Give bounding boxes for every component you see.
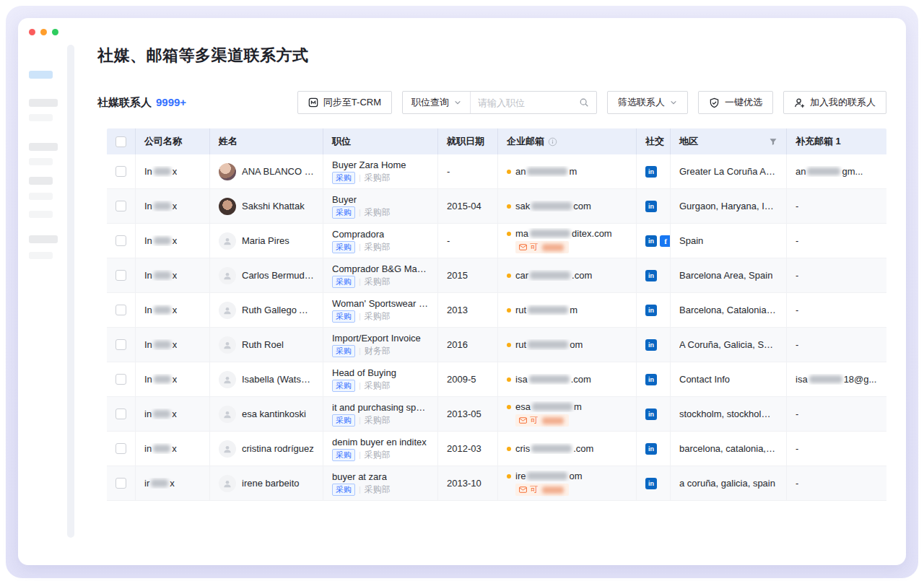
position-search-input[interactable]	[478, 97, 575, 108]
table-row: InxRuth Gallego AgullóWoman' Sportswear …	[107, 293, 886, 328]
linkedin-icon[interactable]: in	[645, 166, 657, 178]
hire-date-cell: 2013	[438, 293, 498, 327]
sidebar-skeleton-item	[29, 114, 53, 121]
redacted-text	[154, 202, 171, 210]
column-header-company: 公司名称	[136, 128, 210, 154]
redacted-text	[528, 306, 568, 314]
role-tag: 采购	[332, 206, 355, 219]
name-cell: Sakshi Khattak	[210, 189, 323, 223]
page-title: 社媒、邮箱等多渠道联系方式	[97, 45, 309, 66]
avatar-person-icon	[219, 267, 236, 284]
sidebar-skeleton	[29, 0, 61, 549]
email-status-dot	[507, 274, 511, 278]
add-to-my-contacts-button[interactable]: 加入我的联系人	[783, 91, 886, 114]
department-label: 采购部	[365, 310, 391, 323]
row-checkbox[interactable]	[116, 270, 126, 281]
email-status-dot	[507, 308, 511, 313]
row-checkbox[interactable]	[116, 235, 126, 246]
chevron-down-icon	[454, 99, 461, 106]
position-query-label: 职位查询	[411, 96, 449, 109]
row-checkbox[interactable]	[116, 443, 126, 454]
sidebar-divider-strip	[67, 45, 74, 538]
filter-contacts-dropdown[interactable]: 筛选联系人	[607, 91, 688, 114]
deliverable-badge: 可	[515, 241, 569, 253]
social-cell: in	[637, 362, 671, 396]
info-icon[interactable]	[548, 137, 557, 147]
column-label-region: 地区	[679, 135, 698, 148]
tag-divider: |	[359, 243, 361, 251]
linkedin-icon[interactable]: in	[645, 201, 657, 212]
extra-email-cell: -	[787, 466, 886, 500]
linkedin-icon[interactable]: in	[645, 374, 657, 385]
linkedin-icon[interactable]: in	[645, 305, 657, 316]
company-cell: irx	[136, 466, 210, 500]
envelope-icon	[519, 243, 527, 252]
email-cell: rutom	[498, 328, 637, 362]
role-tag: 采购	[332, 310, 355, 323]
select-all-checkbox[interactable]	[116, 136, 126, 147]
position-query-dropdown[interactable]: 职位查询	[403, 92, 471, 113]
filter-icon[interactable]	[769, 137, 777, 146]
sync-tcrm-button[interactable]: 同步至T-CRM	[297, 91, 392, 114]
sidebar-skeleton-item	[29, 143, 58, 151]
row-checkbox[interactable]	[116, 478, 126, 489]
linkedin-icon[interactable]: in	[645, 270, 657, 281]
table-row: InxIsabella (Watson) L...Head of Buying采…	[107, 362, 886, 397]
email-cell: isa.com	[498, 362, 637, 396]
position-cell: denim buyer en inditex采购|采购部	[323, 432, 438, 466]
position-title: Import/Export Invoice	[332, 333, 421, 344]
hire-date-cell: 2016	[438, 328, 498, 362]
linkedin-icon[interactable]: in	[645, 339, 657, 351]
sidebar-skeleton-item	[29, 177, 53, 185]
tag-divider: |	[359, 346, 361, 355]
search-icon[interactable]	[579, 97, 589, 108]
region-cell: Greater La Coruña Area	[671, 154, 787, 188]
email-status-dot	[507, 405, 511, 409]
region-cell: Contact Info	[671, 362, 787, 396]
one-click-optimize-button[interactable]: 一键优选	[698, 91, 773, 114]
table-row: inxesa kantinkoskiit and purchasing spec…	[107, 397, 886, 432]
hire-date-cell: -	[438, 154, 498, 188]
column-header-email: 企业邮箱	[498, 128, 637, 154]
row-checkbox[interactable]	[116, 339, 126, 350]
contact-name: Carlos Bermudo Cr...	[242, 270, 314, 281]
toolbar-actions: 同步至T-CRM 职位查询 筛选联系人	[297, 91, 886, 114]
redacted-text	[531, 445, 572, 453]
browser-window: 社媒、邮箱等多渠道联系方式 社媒联系人 9999+ 同步至T-CRM 职位查询	[0, 0, 924, 581]
position-cell: Woman' Sportswear Bu...采购|采购部	[323, 293, 438, 327]
department-label: 采购部	[365, 276, 391, 288]
department-label: 采购部	[365, 484, 391, 496]
extra-email-cell: isa18@g...	[787, 362, 886, 396]
avatar-person-icon	[219, 336, 236, 354]
department-label: 采购部	[365, 380, 391, 392]
extra-email-cell: -	[787, 189, 886, 223]
department-label: 采购部	[365, 241, 391, 253]
facebook-icon[interactable]: f	[660, 235, 671, 247]
contacts-label: 社媒联系人	[97, 96, 152, 110]
tag-divider: |	[359, 450, 361, 459]
extra-email-cell: -	[787, 258, 886, 292]
row-checkbox[interactable]	[116, 305, 126, 315]
redacted-text	[154, 167, 171, 175]
linkedin-icon[interactable]: in	[645, 478, 657, 489]
sidebar-skeleton-item	[29, 252, 53, 259]
row-checkbox[interactable]	[116, 166, 126, 177]
contact-name: Maria Pires	[242, 235, 289, 246]
linkedin-icon[interactable]: in	[645, 443, 657, 455]
email-value: rutom	[507, 339, 583, 350]
row-checkbox[interactable]	[116, 409, 126, 419]
email-value: car.com	[507, 270, 592, 281]
linkedin-icon[interactable]: in	[645, 409, 657, 420]
avatar-photo	[219, 163, 236, 180]
redacted-text	[527, 167, 567, 175]
redacted-text	[527, 472, 567, 480]
row-checkbox[interactable]	[116, 374, 126, 385]
sidebar-skeleton-item	[29, 71, 53, 79]
extra-email-cell: -	[787, 293, 886, 327]
row-checkbox[interactable]	[116, 201, 126, 211]
linkedin-icon[interactable]: in	[645, 235, 657, 247]
company-cell: Inx	[136, 258, 210, 292]
deliverable-badge: 可	[515, 484, 569, 496]
column-header-date: 就职日期	[438, 128, 498, 154]
redacted-text	[809, 375, 842, 383]
